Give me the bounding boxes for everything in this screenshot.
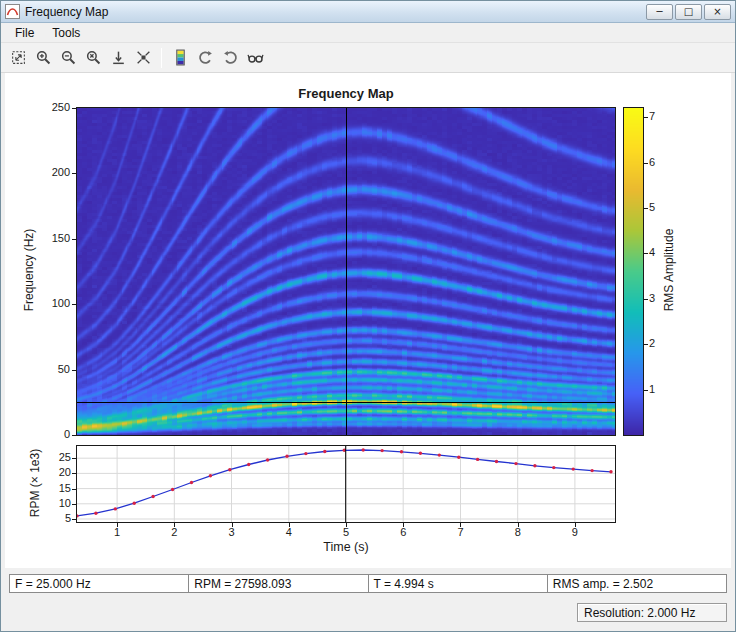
rpm-sample-marker <box>94 512 97 515</box>
tick-label: 20 <box>45 466 71 479</box>
tick-mark <box>644 117 648 118</box>
rpm-sample-marker <box>514 462 517 465</box>
tick-label: 5 <box>45 512 71 525</box>
tick-mark <box>72 304 76 305</box>
rpm-sample-marker <box>419 452 422 455</box>
rpm-sample-marker <box>209 474 212 477</box>
plot-title: Frequency Map <box>76 86 616 101</box>
window-title: Frequency Map <box>25 5 646 19</box>
undo-view-button[interactable] <box>193 46 217 70</box>
zoom-x-button[interactable] <box>81 46 105 70</box>
inspect-button[interactable] <box>243 46 267 70</box>
fit-to-window-icon <box>10 49 27 66</box>
tick-mark <box>460 523 461 527</box>
colorbar-gradient <box>624 108 643 435</box>
zoom-x-icon <box>85 49 102 66</box>
tick-mark <box>72 239 76 240</box>
rpm-axes: 510152025123456789 <box>76 445 616 523</box>
restore-view-button[interactable] <box>131 46 155 70</box>
title-bar: Frequency Map ─ □ × <box>1 1 735 23</box>
tick-mark <box>575 523 576 527</box>
tick-label: 25 <box>45 451 71 464</box>
rpm-axis-label: RPM (× 1e3) <box>28 449 42 517</box>
toolbar <box>1 43 735 73</box>
tick-mark <box>644 163 648 164</box>
window-controls: ─ □ × <box>646 4 731 20</box>
rpm-plot[interactable] <box>77 446 615 522</box>
tick-label: 200 <box>38 166 70 179</box>
tick-label: 2 <box>649 337 655 350</box>
rpm-sample-marker <box>572 467 575 470</box>
app-window: Frequency Map ─ □ × File Tools <box>0 0 736 632</box>
tick-label: 7 <box>448 526 472 539</box>
status-time: T = 4.994 s <box>368 574 548 593</box>
tick-label: 0 <box>38 428 70 441</box>
tick-mark <box>644 253 648 254</box>
fit-to-window-button[interactable] <box>6 46 30 70</box>
tick-mark <box>72 519 76 520</box>
zoom-out-icon <box>60 49 77 66</box>
tick-mark <box>232 523 233 527</box>
rpm-sample-marker <box>609 470 612 473</box>
redo-view-button[interactable] <box>218 46 242 70</box>
maximize-button[interactable]: □ <box>675 4 702 20</box>
tick-label: 5 <box>649 201 655 214</box>
tick-label: 6 <box>391 526 415 539</box>
rpm-sample-marker <box>77 514 79 517</box>
tick-mark <box>72 370 76 371</box>
rpm-sample-marker <box>285 455 288 458</box>
rpm-sample-marker <box>380 449 383 452</box>
rpm-sample-marker <box>151 495 154 498</box>
tick-label: 3 <box>220 526 244 539</box>
figure-area: Frequency Map 050100150200250 Frequency … <box>5 73 731 568</box>
tick-mark <box>72 435 76 436</box>
tick-label: 250 <box>38 101 70 114</box>
rpm-sample-marker <box>533 464 536 467</box>
status-rms-amplitude: RMS amp. = 2.502 <box>547 574 727 593</box>
zoom-out-button[interactable] <box>56 46 80 70</box>
tick-mark <box>72 458 76 459</box>
rpm-sample-marker <box>590 469 593 472</box>
tick-label: 2 <box>162 526 186 539</box>
rpm-sample-marker <box>114 507 117 510</box>
menu-bar: File Tools <box>1 23 735 43</box>
close-button[interactable]: × <box>704 4 731 20</box>
figure-app-icon <box>5 4 20 19</box>
rpm-sample-marker <box>323 450 326 453</box>
status-rpm: RPM = 27598.093 <box>188 574 368 593</box>
tick-label: 15 <box>45 482 71 495</box>
tick-label: 4 <box>277 526 301 539</box>
tick-mark <box>72 173 76 174</box>
colormap-button[interactable] <box>168 46 192 70</box>
tick-mark <box>72 473 76 474</box>
time-axis-label: Time (s) <box>76 540 616 554</box>
glasses-icon <box>247 49 264 66</box>
zoom-in-button[interactable] <box>31 46 55 70</box>
tick-label: 4 <box>649 246 655 259</box>
rpm-sample-marker <box>495 460 498 463</box>
status-bar: F = 25.000 Hz RPM = 27598.093 T = 4.994 … <box>9 574 727 593</box>
app-icon <box>5 4 20 19</box>
minimize-button[interactable]: ─ <box>646 4 673 20</box>
tick-label: 6 <box>649 156 655 169</box>
tick-label: 1 <box>649 383 655 396</box>
tick-mark <box>518 523 519 527</box>
colorbar-label: RMS Amplitude <box>662 229 676 312</box>
zoom-y-icon <box>110 49 127 66</box>
redo-view-icon <box>222 49 239 66</box>
menu-tools[interactable]: Tools <box>44 24 88 42</box>
rpm-sample-marker <box>457 456 460 459</box>
rpm-sample-marker <box>304 452 307 455</box>
colormap-icon <box>172 49 189 66</box>
frequency-map-canvas[interactable] <box>77 108 615 435</box>
tick-label: 10 <box>45 497 71 510</box>
rpm-sample-marker <box>228 468 231 471</box>
zoom-y-button[interactable] <box>106 46 130 70</box>
status-frequency: F = 25.000 Hz <box>9 574 189 593</box>
tick-label: 100 <box>38 297 70 310</box>
tick-label: 3 <box>649 292 655 305</box>
zoom-in-icon <box>35 49 52 66</box>
tick-label: 5 <box>334 526 358 539</box>
menu-file[interactable]: File <box>7 24 42 42</box>
rpm-sample-marker <box>552 466 555 469</box>
